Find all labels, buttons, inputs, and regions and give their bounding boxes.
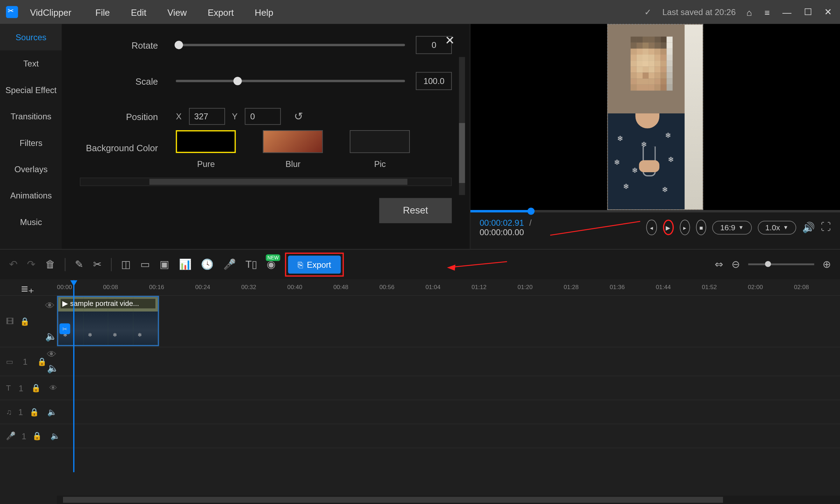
timecode-current: 00:00:02.91 (479, 218, 524, 227)
saved-check-icon: ✓ (644, 7, 652, 17)
menu-view[interactable]: View (167, 7, 187, 17)
lock-icon[interactable]: 🔒 (31, 383, 41, 392)
window-minimize-icon[interactable]: — (780, 7, 793, 17)
playback-progress[interactable] (471, 210, 840, 212)
fit-icon[interactable]: ⇔ (715, 258, 723, 271)
sidebar-item-text[interactable]: Text (0, 50, 62, 77)
position-y-label: Y (232, 112, 238, 121)
sidebar-item-animations[interactable]: Animations (0, 182, 62, 209)
window-close-icon[interactable]: ✕ (822, 7, 834, 18)
menu-export[interactable]: Export (208, 7, 234, 17)
annotation-arrow-1 (551, 218, 640, 236)
bg-option-pure[interactable] (176, 130, 236, 153)
hamburger-icon[interactable]: ≡ (763, 7, 771, 17)
mic-icon[interactable]: 🎤 (223, 258, 236, 271)
sidebar: Sources Text Special Effect Transitions … (0, 24, 62, 249)
main-menu: File Edit View Export Help (95, 7, 273, 17)
timeline-h-scrollbar[interactable] (57, 496, 840, 504)
rotate-label: Rotate (80, 40, 158, 50)
lock-icon[interactable]: 🔒 (32, 432, 42, 441)
stats-icon[interactable]: 📊 (179, 258, 191, 271)
visibility-icon[interactable]: 👁 (47, 349, 56, 360)
bg-label-blur: Blur (286, 159, 301, 168)
export-button[interactable]: ⎘ Export (288, 255, 341, 273)
reset-button[interactable]: Reset (379, 198, 452, 223)
next-frame-button[interactable]: ▸ (680, 219, 690, 235)
mute-icon[interactable]: 🔈 (45, 331, 57, 342)
position-x-label: X (176, 112, 182, 121)
scale-input[interactable] (416, 72, 452, 90)
track-text[interactable]: T 1 🔒 👁 (0, 376, 840, 400)
playhead[interactable] (73, 280, 74, 472)
position-x-input[interactable] (189, 108, 225, 125)
sidebar-item-transitions[interactable]: Transitions (0, 103, 62, 130)
play-button[interactable]: ▶ (663, 219, 674, 235)
fullscreen-icon[interactable]: ⛶ (821, 222, 831, 233)
lock-icon[interactable]: 🔒 (37, 357, 47, 366)
edit-icon[interactable]: ✎ (75, 258, 83, 271)
track-overlay[interactable]: ▭ 1 🔒 👁 🔈 (0, 348, 840, 376)
sidebar-item-special-effect[interactable]: Special Effect (0, 77, 62, 103)
rotate-slider[interactable] (176, 44, 405, 46)
clock-icon[interactable]: 🕓 (201, 258, 214, 271)
track-music[interactable]: ♫ 1 🔒 🔈 (0, 400, 840, 424)
sidebar-item-sources[interactable]: Sources (0, 24, 62, 50)
menu-help[interactable]: Help (255, 7, 273, 17)
preview-canvas[interactable]: ❄ ❄ ❄ ❄ ❄ ❄ ❄ ❄ (471, 24, 840, 210)
track-video[interactable]: 🎞 🔒 👁 🔈 ▶sample portrait vide... ✂ (0, 296, 840, 347)
bg-option-pic[interactable] (350, 130, 410, 153)
bg-label-pic: Pic (374, 159, 386, 168)
delete-icon[interactable]: 🗑 (45, 258, 55, 270)
stop-button[interactable]: ■ (696, 219, 707, 235)
svg-line-0 (551, 222, 640, 235)
crop-icon[interactable]: ◫ (121, 258, 131, 271)
sidebar-item-music[interactable]: Music (0, 209, 62, 235)
visibility-icon[interactable]: 👁 (45, 301, 55, 312)
menu-edit[interactable]: Edit (131, 7, 146, 17)
close-panel-icon[interactable]: ✕ (445, 33, 455, 47)
mute-icon[interactable]: 🔈 (47, 407, 57, 416)
bg-label-pure: Pure (197, 159, 215, 168)
mute-icon[interactable]: 🔈 (47, 362, 59, 374)
scale-slider[interactable] (176, 80, 405, 82)
zoom-in-icon[interactable]: ⊕ (822, 258, 831, 271)
clip-play-icon: ▶ (62, 299, 68, 308)
timeline-ruler[interactable]: ≡₊ 00:00 00:08 00:16 00:24 00:32 00:40 0… (0, 279, 840, 296)
track-voice[interactable]: 🎤 1 🔒 🔈 (0, 424, 840, 448)
sidebar-item-filters[interactable]: Filters (0, 130, 62, 156)
svg-line-1 (453, 261, 507, 267)
position-reset-icon[interactable]: ↺ (294, 110, 303, 123)
lock-icon[interactable]: 🔒 (29, 407, 39, 416)
text-track-icon: T (6, 383, 11, 392)
volume-icon[interactable]: 🔊 (802, 221, 815, 234)
app-logo-icon (6, 6, 18, 18)
mute-icon[interactable]: 🔈 (50, 432, 60, 441)
window-maximize-icon[interactable]: ☐ (802, 7, 814, 18)
undo-icon[interactable]: ↶ (9, 258, 18, 271)
app-name: VidClipper (30, 7, 71, 17)
overlay-track-icon: ▭ (6, 357, 13, 366)
position-y-input[interactable] (245, 108, 281, 125)
prev-frame-button[interactable]: ◂ (646, 219, 657, 235)
video-clip[interactable]: ▶sample portrait vide... ✂ (57, 296, 159, 346)
text-tool-icon[interactable]: T▯ (245, 258, 257, 271)
redo-icon[interactable]: ↷ (27, 258, 35, 271)
scale-label: Scale (80, 76, 158, 86)
zoom-out-icon[interactable]: ⊖ (732, 258, 740, 271)
voice-track-icon: 🎤 (6, 432, 15, 441)
pip-icon[interactable]: ▣ (160, 258, 169, 271)
bg-option-blur[interactable] (263, 130, 323, 153)
lock-icon[interactable]: 🔒 (20, 317, 29, 326)
aspect-ratio-select[interactable]: 16:9▼ (712, 220, 751, 234)
speed-select[interactable]: 1.0x▼ (757, 220, 796, 234)
zoom-slider[interactable] (748, 264, 814, 265)
menu-file[interactable]: File (95, 7, 110, 17)
visibility-icon[interactable]: 👁 (49, 383, 57, 392)
home-icon[interactable]: ⌂ (745, 7, 754, 17)
panel-scrollbar[interactable] (459, 57, 465, 195)
add-track-icon[interactable]: ≡₊ (21, 281, 35, 296)
panel-h-scrollbar[interactable] (80, 177, 452, 186)
sidebar-item-overlays[interactable]: Overlays (0, 156, 62, 182)
marquee-icon[interactable]: ▭ (140, 258, 150, 271)
cut-icon[interactable]: ✂ (93, 258, 102, 271)
